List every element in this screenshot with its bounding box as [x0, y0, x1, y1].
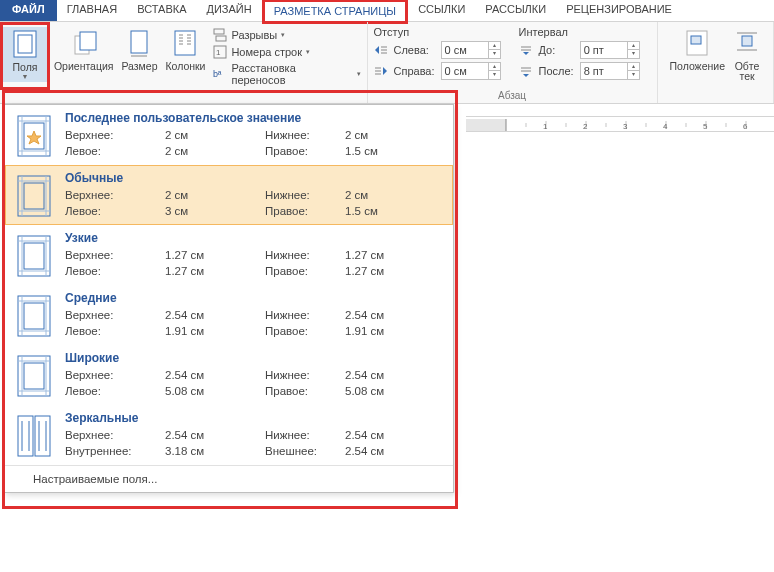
indent-right-icon: [374, 64, 388, 78]
preset-value: 1.27 см: [345, 249, 415, 263]
svg-rect-31: [691, 36, 701, 44]
wrap-icon: [733, 28, 761, 58]
line-numbers-button[interactable]: 1 Номера строк▾: [213, 45, 360, 59]
svg-rect-74: [18, 296, 50, 336]
svg-rect-4: [131, 31, 147, 53]
svg-rect-75: [24, 303, 44, 329]
svg-text:1: 1: [216, 48, 221, 57]
preset-label: Верхнее:: [65, 129, 165, 143]
wrap-text-button[interactable]: Обте тек: [729, 26, 765, 84]
columns-button[interactable]: Колонки: [161, 26, 209, 86]
orientation-icon: [69, 28, 99, 58]
tab-home[interactable]: ГЛАВНАЯ: [57, 0, 127, 21]
margin-preset-item[interactable]: ОбычныеВерхнее:2 смНижнее:2 смЛевое:3 см…: [5, 165, 453, 225]
tab-review[interactable]: РЕЦЕНЗИРОВАНИЕ: [556, 0, 682, 21]
margin-preset-item[interactable]: УзкиеВерхнее:1.27 смНижнее:1.27 смЛевое:…: [5, 225, 453, 285]
paragraph-group-label: Абзац: [368, 90, 657, 101]
tab-mailings[interactable]: РАССЫЛКИ: [475, 0, 556, 21]
space-before-value: 0 пт: [581, 44, 627, 56]
line-numbers-icon: 1: [213, 45, 227, 59]
preset-value: 2 см: [165, 129, 265, 143]
indent-left-value: 0 см: [442, 44, 488, 56]
position-button[interactable]: Положение: [666, 26, 730, 84]
preset-value: 1.5 см: [345, 145, 415, 159]
columns-label: Колонки: [165, 60, 205, 72]
svg-rect-15: [214, 29, 224, 34]
margin-preset-item[interactable]: СредниеВерхнее:2.54 смНижнее:2.54 смЛево…: [5, 285, 453, 345]
margin-preset-icon: [15, 173, 53, 219]
hyphenation-label: Расстановка переносов: [231, 62, 352, 86]
margin-preset-item[interactable]: ЗеркальныеВерхнее:2.54 смНижнее:2.54 смВ…: [5, 405, 453, 465]
hyphenation-button[interactable]: bª Расстановка переносов▾: [213, 62, 360, 86]
size-button[interactable]: Размер: [117, 26, 161, 86]
breaks-label: Разрывы: [231, 29, 277, 41]
preset-value: 2.54 см: [345, 309, 415, 323]
svg-text:3: 3: [623, 122, 628, 131]
space-after-input[interactable]: 8 пт▴▾: [580, 62, 640, 80]
svg-rect-3: [80, 32, 96, 50]
margin-preset-item[interactable]: ШирокиеВерхнее:2.54 смНижнее:2.54 смЛево…: [5, 345, 453, 405]
preset-value: 2 см: [345, 129, 415, 143]
svg-rect-35: [466, 119, 506, 131]
preset-value: 2.54 см: [345, 369, 415, 383]
svg-rect-81: [24, 363, 44, 389]
preset-label: Внутреннее:: [65, 445, 165, 459]
indent-right-input[interactable]: 0 см▴▾: [441, 62, 501, 80]
breaks-icon: [213, 28, 227, 42]
indent-right-label: Справа:: [394, 65, 435, 77]
svg-rect-6: [175, 31, 195, 55]
space-before-icon: [519, 43, 533, 57]
preset-value: 1.27 см: [165, 265, 265, 279]
line-numbers-label: Номера строк: [231, 46, 302, 58]
size-label: Размер: [121, 60, 157, 72]
space-before-label: До:: [539, 44, 574, 56]
preset-value: 1.5 см: [345, 205, 415, 219]
preset-label: Нижнее:: [265, 249, 345, 263]
custom-margins-item[interactable]: Настраиваемые поля...: [5, 465, 453, 492]
space-before-input[interactable]: 0 пт▴▾: [580, 41, 640, 59]
preset-value: 5.08 см: [165, 385, 265, 399]
preset-label: Левое:: [65, 145, 165, 159]
margin-preset-icon: [15, 413, 53, 459]
preset-label: Верхнее:: [65, 429, 165, 443]
preset-title: Последнее пользовательское значение: [65, 111, 415, 127]
horizontal-ruler: 1 2 3 4 5 6: [466, 116, 774, 132]
tab-references[interactable]: ССЫЛКИ: [408, 0, 475, 21]
preset-label: Внешнее:: [265, 445, 345, 459]
svg-marker-61: [27, 131, 41, 144]
margin-preset-item[interactable]: Последнее пользовательское значениеВерхн…: [5, 105, 453, 165]
indent-title: Отступ: [374, 26, 501, 38]
margins-button[interactable]: Поля ▼: [3, 27, 47, 82]
space-after-value: 8 пт: [581, 65, 627, 77]
space-after-label: После:: [539, 65, 574, 77]
preset-value: 2.54 см: [165, 369, 265, 383]
svg-text:bª: bª: [213, 69, 222, 79]
tab-file[interactable]: ФАЙЛ: [0, 0, 57, 21]
preset-title: Узкие: [65, 231, 415, 247]
orientation-button[interactable]: Ориентация: [50, 26, 117, 86]
hyphenation-icon: bª: [213, 67, 227, 81]
svg-rect-16: [216, 36, 226, 41]
breaks-button[interactable]: Разрывы▾: [213, 28, 360, 42]
svg-text:5: 5: [703, 122, 708, 131]
indent-left-label: Слева:: [394, 44, 435, 56]
indent-left-input[interactable]: 0 см▴▾: [441, 41, 501, 59]
tab-page-layout[interactable]: РАЗМЕТКА СТРАНИЦЫ: [262, 0, 408, 24]
svg-text:6: 6: [743, 122, 748, 131]
preset-value: 2.54 см: [345, 429, 415, 443]
dropdown-arrow-icon: ▼: [22, 73, 29, 80]
tab-design[interactable]: ДИЗАЙН: [196, 0, 261, 21]
preset-label: Левое:: [65, 205, 165, 219]
preset-label: Нижнее:: [265, 309, 345, 323]
preset-label: Правое:: [265, 385, 345, 399]
preset-value: 2 см: [345, 189, 415, 203]
preset-value: 1.27 см: [165, 249, 265, 263]
preset-label: Верхнее:: [65, 189, 165, 203]
tab-insert[interactable]: ВСТАВКА: [127, 0, 196, 21]
preset-value: 2.54 см: [345, 445, 415, 459]
preset-value: 1.27 см: [345, 265, 415, 279]
indent-right-value: 0 см: [442, 65, 488, 77]
space-after-icon: [519, 64, 533, 78]
spacing-title: Интервал: [519, 26, 640, 38]
columns-icon: [172, 28, 198, 58]
